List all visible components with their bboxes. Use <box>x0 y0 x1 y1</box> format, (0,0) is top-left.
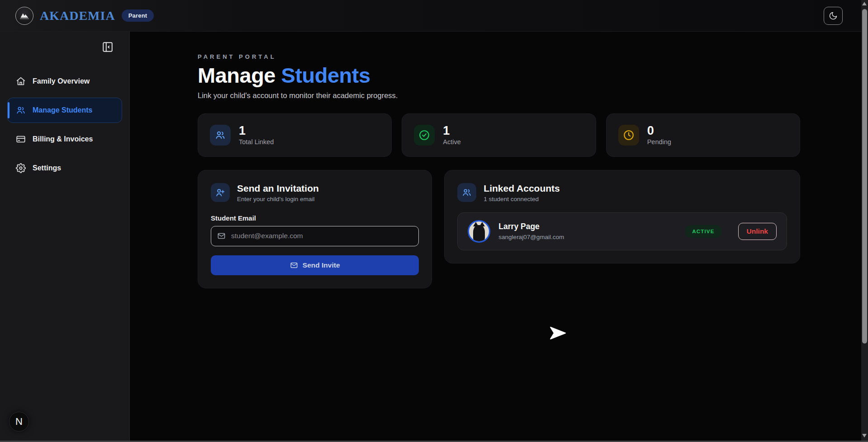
check-circle-icon <box>414 125 435 146</box>
users-icon <box>457 183 476 202</box>
sidebar-item-billing-invoices[interactable]: Billing & Invoices <box>7 127 122 152</box>
stats-row: 1 Total Linked 1 Active <box>198 113 800 157</box>
sidebar-collapse-button[interactable] <box>100 40 115 54</box>
sidebar-item-settings[interactable]: Settings <box>7 155 122 181</box>
stat-card-total-linked: 1 Total Linked <box>198 113 392 157</box>
theme-toggle-button[interactable] <box>824 7 843 25</box>
stat-value: 1 <box>443 124 461 137</box>
akademia-logo-icon <box>15 7 33 25</box>
linked-card-subtitle: 1 student connected <box>484 196 560 202</box>
send-invitation-card: Send an Invitation Enter your child's lo… <box>198 170 432 288</box>
sidebar-item-label: Manage Students <box>33 106 92 114</box>
sidebar-item-label: Family Overview <box>33 77 90 85</box>
send-invite-label: Send Invite <box>303 261 340 269</box>
scroll-up-arrow-icon[interactable] <box>862 2 867 5</box>
linked-card-title: Linked Accounts <box>484 183 560 194</box>
main-content: PARENT PORTAL Manage Students Link your … <box>130 32 868 442</box>
sidebar-nav: Family Overview Manage Students <box>0 62 129 187</box>
sidebar-item-label: Billing & Invoices <box>33 135 93 143</box>
student-email: sangleraj07@gmail.com <box>498 234 677 240</box>
page-title: Manage Students <box>198 64 800 87</box>
status-badge: ACTIVE <box>685 225 721 238</box>
send-invite-button[interactable]: Send Invite <box>211 255 419 275</box>
page-title-accent: Students <box>281 63 370 87</box>
sidebar-item-label: Settings <box>33 164 61 172</box>
stat-label: Total Linked <box>239 138 274 146</box>
invite-card-title: Send an Invitation <box>237 183 319 194</box>
stat-value: 1 <box>239 124 274 137</box>
mail-icon <box>290 261 298 269</box>
brand[interactable]: AKADEMIA Parent <box>15 7 154 25</box>
sidebar-item-family-overview[interactable]: Family Overview <box>7 69 122 94</box>
linked-account-row: Larry Page sangleraj07@gmail.com ACTIVE … <box>457 212 787 250</box>
stat-label: Active <box>443 138 461 146</box>
top-header: AKADEMIA Parent <box>0 0 868 32</box>
page-title-prefix: Manage <box>198 63 281 87</box>
gear-icon <box>16 163 26 173</box>
scrollbar-thumb[interactable] <box>862 9 867 343</box>
users-icon <box>210 125 231 146</box>
scroll-down-arrow-icon[interactable] <box>862 434 867 437</box>
student-email-label: Student Email <box>211 214 419 222</box>
student-email-input[interactable] <box>211 226 419 246</box>
credit-card-icon <box>16 134 26 144</box>
avatar-photo <box>473 225 485 243</box>
moon-icon <box>829 11 838 20</box>
panel-collapse-icon <box>102 41 114 53</box>
sidebar-item-manage-students[interactable]: Manage Students <box>7 98 122 123</box>
unlink-button[interactable]: Unlink <box>738 223 777 240</box>
eyebrow-label: PARENT PORTAL <box>198 53 800 60</box>
home-icon <box>16 76 26 86</box>
clock-icon <box>618 125 639 146</box>
user-plus-icon <box>211 183 230 202</box>
dev-tools-badge[interactable]: N <box>9 412 29 432</box>
users-icon <box>16 105 26 115</box>
stat-card-pending: 0 Pending <box>606 113 800 157</box>
student-name: Larry Page <box>498 222 677 231</box>
vertical-scrollbar[interactable] <box>861 0 868 442</box>
brand-wordmark: AKADEMIA <box>40 9 115 23</box>
stat-value: 0 <box>647 124 671 137</box>
linked-accounts-card: Linked Accounts 1 student connected Larr… <box>444 170 800 263</box>
stat-card-active: 1 Active <box>402 113 596 157</box>
sidebar: Family Overview Manage Students <box>0 32 130 442</box>
student-avatar <box>468 220 490 243</box>
app-root: AKADEMIA Parent <box>0 0 868 442</box>
invite-card-subtitle: Enter your child's login email <box>237 196 319 202</box>
role-badge: Parent <box>122 9 154 22</box>
stat-label: Pending <box>647 138 671 146</box>
mail-icon <box>217 232 226 240</box>
page-subtitle: Link your child's account to monitor the… <box>198 91 800 100</box>
